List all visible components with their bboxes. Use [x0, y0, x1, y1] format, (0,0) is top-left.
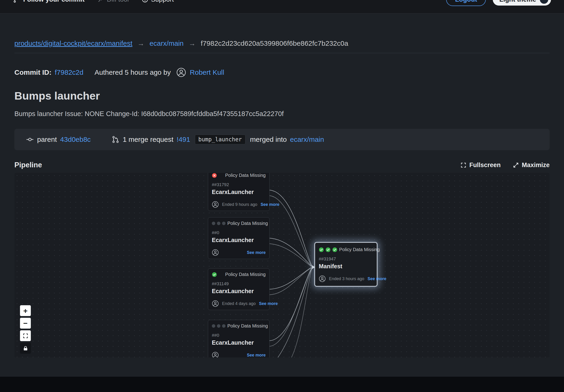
- node-name: EcarxLauncher: [212, 237, 266, 243]
- merge-request-id-link[interactable]: !491: [177, 136, 190, 143]
- fullscreen-label: Fullscreen: [469, 162, 501, 169]
- fullscreen-icon: [460, 162, 467, 168]
- node-name: Manifest: [319, 263, 373, 270]
- status-pending-icon: [217, 222, 220, 225]
- theme-toggle-label: Light theme: [499, 0, 536, 3]
- nav-item-label: Support: [151, 0, 174, 3]
- tool-icon: [97, 0, 104, 3]
- see-more-link[interactable]: See more: [368, 276, 386, 281]
- nav-item-diff-tool[interactable]: Diff tool: [97, 0, 128, 3]
- merge-request-text: 1 merge request: [123, 136, 173, 143]
- pipeline-edges: [14, 173, 550, 357]
- node-ended-text: Ended 3 hours ago: [329, 276, 364, 281]
- pipeline-node-ecarxlauncher-0b[interactable]: Policy Data Missing ##0 EcarxLauncher Se…: [208, 320, 270, 357]
- pipeline-node-ecarxlauncher-31792[interactable]: Policy Data Missing ##31792 EcarxLaunche…: [208, 173, 270, 211]
- build-id: ##31947: [319, 256, 373, 262]
- breadcrumb-repo-link[interactable]: products/digital-cockpit/ecarx/manifest: [14, 40, 133, 47]
- build-id: ##0: [212, 333, 266, 338]
- target-branch-link[interactable]: ecarx/main: [290, 136, 324, 143]
- node-avatar-icon: [212, 352, 219, 357]
- node-avatar-icon: [212, 201, 219, 208]
- status-success-icon: [332, 247, 337, 252]
- author-avatar-icon: [176, 68, 186, 77]
- breadcrumb-divider: [14, 53, 550, 53]
- status-pending-icon: [212, 324, 215, 328]
- help-circle-icon: [142, 0, 148, 3]
- policy-status-text: Policy Data Missing: [339, 247, 380, 252]
- merge-request-icon: [111, 136, 120, 143]
- zoom-in-button[interactable]: +: [20, 305, 31, 316]
- maximize-icon: [513, 162, 519, 168]
- breadcrumb-arrow: →: [189, 40, 196, 47]
- merge-request-group: 1 merge request !491 bump_launcher merge…: [111, 135, 324, 144]
- commit-meta-row: Commit ID: f7982c2d Authered 5 hours ago…: [14, 68, 550, 77]
- commit-icon: [26, 136, 34, 143]
- nav-item-label: Diff tool: [107, 0, 128, 3]
- build-id: ##0: [212, 230, 266, 235]
- see-more-link[interactable]: See more: [261, 202, 279, 207]
- policy-status-text: Policy Data Missing: [225, 173, 266, 178]
- parent-commit-group: parent 43d0eb8c: [26, 136, 91, 143]
- page: Follow your commit Diff tool Support Log…: [0, 0, 564, 392]
- build-id: ##31149: [212, 281, 266, 286]
- top-navbar: Follow your commit Diff tool Support Log…: [0, 0, 564, 14]
- pipeline-node-ecarxlauncher-31149[interactable]: Policy Data Missing ##31149 EcarxLaunche…: [208, 268, 270, 310]
- parent-label: parent: [37, 136, 57, 143]
- maximize-button[interactable]: Maximize: [513, 162, 550, 169]
- commit-author-link[interactable]: Robert Kull: [190, 69, 224, 76]
- parent-sha-link[interactable]: 43d0eb8c: [60, 136, 91, 143]
- pipeline-header: Pipeline Fullscreen Maximize: [14, 161, 550, 169]
- policy-status-text: Policy Data Missing: [227, 221, 268, 226]
- lock-icon: [23, 345, 28, 351]
- node-avatar-icon: [212, 300, 219, 307]
- lock-button[interactable]: [20, 343, 31, 354]
- fit-view-button[interactable]: [20, 330, 31, 341]
- brand-label: Follow your commit: [23, 0, 84, 3]
- pipeline-title: Pipeline: [14, 161, 42, 169]
- policy-status-text: Policy Data Missing: [227, 323, 268, 329]
- nav-item-support[interactable]: Support: [142, 0, 174, 3]
- status-failed-icon: [212, 173, 217, 178]
- status-pending-icon: [222, 222, 225, 225]
- see-more-link[interactable]: See more: [259, 301, 278, 306]
- commit-id-link[interactable]: f7982c2d: [55, 69, 83, 76]
- merged-into-text: merged into: [250, 136, 287, 143]
- fullscreen-button[interactable]: Fullscreen: [460, 162, 501, 169]
- status-success-icon: [326, 247, 330, 252]
- status-pending-icon: [222, 324, 225, 328]
- commit-id-label: Commit ID:: [14, 69, 52, 76]
- commit-authored-text: Authered 5 hours ago by: [95, 69, 171, 76]
- pipeline-canvas[interactable]: Policy Data Missing ##31792 EcarxLaunche…: [14, 173, 550, 357]
- node-name: EcarxLauncher: [212, 288, 266, 294]
- node-avatar-icon: [319, 275, 326, 282]
- build-id: ##31792: [212, 182, 266, 187]
- bottom-bar: [0, 377, 564, 392]
- zoom-out-button[interactable]: −: [20, 318, 31, 329]
- policy-status-text: Policy Data Missing: [225, 272, 266, 277]
- pipeline-node-ecarxlauncher-0a[interactable]: Policy Data Missing ##0 EcarxLauncher Se…: [208, 217, 270, 259]
- pipeline-node-manifest-31947[interactable]: Policy Data Missing ##31947 Manifest End…: [315, 242, 377, 286]
- zoom-controls: + −: [20, 305, 31, 354]
- logout-button[interactable]: Logout: [446, 0, 486, 6]
- node-avatar-icon: [212, 249, 219, 256]
- branch-badge: bump_launcher: [195, 135, 246, 144]
- node-name: EcarxLauncher: [212, 339, 266, 346]
- theme-toggle-button[interactable]: Light theme: [493, 0, 551, 6]
- breadcrumb-commit-sha: f7982c2d23cd620a5399806f6be862fc7b232c0a: [201, 40, 348, 47]
- branch-icon: [13, 0, 20, 3]
- maximize-label: Maximize: [522, 162, 550, 169]
- see-more-link[interactable]: See more: [247, 250, 266, 255]
- commit-description: Bumps launcher Issue: NONE Change-Id: I6…: [14, 110, 550, 118]
- see-more-link[interactable]: See more: [247, 353, 266, 358]
- fit-view-icon: [23, 333, 28, 339]
- status-pending-icon: [217, 324, 220, 328]
- breadcrumb: products/digital-cockpit/ecarx/manifest …: [14, 40, 550, 47]
- node-ended-text: Ended 4 days ago: [222, 301, 256, 306]
- brand[interactable]: Follow your commit: [13, 0, 84, 3]
- breadcrumb-branch-link[interactable]: ecarx/main: [150, 40, 184, 47]
- status-success-icon: [319, 247, 324, 252]
- merge-info-box: parent 43d0eb8c 1 merge request !491 bum…: [14, 129, 550, 150]
- commit-title: Bumps launcher: [14, 89, 550, 102]
- node-name: EcarxLauncher: [212, 189, 266, 196]
- status-success-icon: [212, 272, 217, 277]
